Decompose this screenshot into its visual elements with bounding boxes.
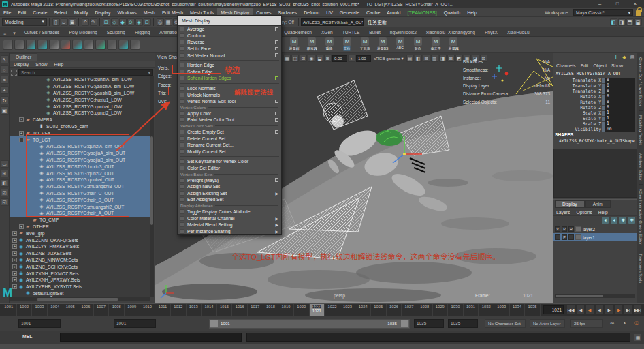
shelf-button-[interactable]: M混色 [409,37,427,52]
split-pane-layout-icon[interactable]: ◧ [1,179,9,187]
timeline-frame-1018[interactable]: 1018 [263,304,279,316]
timeline-frame-1005[interactable]: 1005 [63,304,79,316]
timeline-frame-1008[interactable]: 1008 [109,304,125,316]
viewport-toolbar-icon[interactable]: ⬓ [316,55,323,62]
channel-box-menu-show[interactable]: Show [611,62,623,70]
mel-input-field[interactable] [60,333,242,342]
layer-color-swatch[interactable] [575,226,581,232]
timeline-frame-1011[interactable]: 1011 [155,304,171,316]
snap-view-icon[interactable]: ◈ [135,18,143,26]
save-scene-icon[interactable]: ▣ [69,18,76,26]
shelf-tool-icon[interactable] [61,40,71,50]
timeline-frame-1015[interactable]: 1015 [217,304,233,316]
menu-item-average[interactable]: Average [178,26,281,33]
timeline-frame-1019[interactable]: 1019 [278,304,294,316]
animation-preferences-icon[interactable]: ◔ [619,319,629,328]
menu-uv[interactable]: UV [323,8,336,17]
expand-icon[interactable]: + [12,251,17,256]
key-channel-icon[interactable]: ◆ [621,54,628,61]
outliner-item-ayilzss-rcstyg-qunzia-sim-low[interactable]: ◈AYILZSS_RCSTYG:qunziA_sim_LOW [10,76,150,83]
outliner-search-input[interactable]: Search...▾ [18,69,153,76]
channel-row-rotate-x[interactable]: Rotate X0 [553,94,637,100]
menu-item-assign-existing-set[interactable]: Assign Existing Set▶ [178,189,281,196]
outliner-item-defaultlightset[interactable]: ◉defaultLightSet [10,290,150,297]
close-button[interactable]: × [626,0,644,8]
step-forward-frame-button[interactable]: ▶| [624,305,632,315]
timeline-frame-1035[interactable]: 1035 [525,304,541,316]
menu-windows[interactable]: Windows [114,8,140,17]
menu-arnold[interactable]: Arnold [383,8,404,17]
shelf-tool-icon[interactable] [72,40,82,50]
menu-deform[interactable]: Deform [300,8,323,17]
layer-row-layer1[interactable]: Player1 [553,233,637,241]
timeline-frame-1021[interactable]: 10211021 [310,304,325,316]
layer-menu-options[interactable]: Options [576,209,592,215]
four-pane-layout-icon[interactable]: ⊞ [1,170,9,177]
play-backwards-button[interactable]: ◀ [595,305,604,315]
workspace-lock-icon[interactable] [636,10,641,16]
script-editor-icon[interactable]: ▦ [634,333,642,342]
view-transform-select[interactable]: sRGB gamma ▾ [372,56,406,61]
shelf-tool-icon[interactable] [130,40,140,50]
play-forwards-button[interactable]: ▶ [605,305,613,315]
menu-item-prelight-maya[interactable]: Prelight (Maya) [178,177,281,183]
outliner-persp-layout-icon[interactable]: ◰ [1,189,9,196]
animation-start-field[interactable]: 1001 [18,319,61,328]
menu-item-assign-new-set[interactable]: Assign New Set [178,183,281,190]
menu-item-set-to-face[interactable]: Set to Face [178,46,281,52]
channel-value-field[interactable]: 0 [605,83,635,88]
shelf-button-[interactable]: M工具角 [356,37,374,52]
workspace-select[interactable]: Maya Classic*▾ [573,9,633,16]
menu-item-color-set-editor[interactable]: Color Set Editor [178,165,281,172]
menu-generate[interactable]: Generate [336,8,363,17]
shelf-tool-icon[interactable] [3,40,13,50]
snap-grid-icon[interactable]: ⊞ [103,18,110,26]
shelf-tool-icon[interactable] [49,40,59,50]
playback-end-field[interactable]: 1035 [414,319,444,328]
shelf-tab-xiaohuolu[interactable]: XiaoHuoLu [502,29,534,36]
timeline-frame-1009[interactable]: 1009 [125,304,140,316]
channel-row-rotate-z[interactable]: Rotate Z0 [553,105,637,110]
viewport-toolbar-icon[interactable]: ⊟ [423,55,430,62]
menu-item-soften-harden-edges[interactable]: Soften/Harden Edges [178,75,281,82]
outliner-item-level-grp[interactable]: +▰level_grp [10,230,150,237]
menu-mesh[interactable]: Mesh [140,8,159,17]
channel-row-translate-z[interactable]: Translate Z0 [553,89,637,94]
sidebar-tab-attribute-editor[interactable]: Attribute Editor [639,149,643,185]
shelf-tool-icon[interactable] [84,40,94,50]
shelf-tab-sculpting[interactable]: Sculpting [102,29,130,36]
viewport-toolbar-icon[interactable]: ◨ [439,55,447,62]
channel-box-menu-channels[interactable]: Channels [556,62,576,70]
timeline-frame-1014[interactable]: 1014 [202,304,217,316]
menu-item-set-vertex-normal[interactable]: Set Vertex Normal [178,52,281,59]
channel-row-translate-x[interactable]: Translate X0 [553,78,637,83]
snap-point-icon[interactable]: ◆ [119,18,127,26]
timeline-frame-1023[interactable]: 1023 [340,304,356,316]
redo-icon[interactable]: ↷ [90,18,97,26]
collapse-icon[interactable]: - [19,138,24,142]
attribute-editor-toggle-icon[interactable]: ⬒ [626,18,634,26]
channel-row-translate-y[interactable]: Translate Y0 [553,83,637,89]
layer-move-down-icon[interactable]: ◂ [611,217,617,224]
outliner-item-ayilzyehb-xysydt-sets[interactable]: +◉AYILZYEHB_XYSYDT:Sets [10,284,150,290]
shelf-button-abc[interactable]: MABC [391,37,409,52]
channel-value-field[interactable]: 1 [605,110,635,115]
menu-item-apply-color[interactable]: Apply Color [178,110,281,117]
channel-box-menu-edit[interactable]: Edit [581,62,589,70]
timeline-frame-1033[interactable]: 1033 [494,304,510,316]
viewport-toolbar-icon[interactable]: ⊡ [300,55,307,62]
timeline-frame-1020[interactable]: 1020 [294,304,310,316]
option-box-icon[interactable] [275,47,279,51]
go-to-start-button[interactable]: |◀◀ [566,305,575,315]
menu-display[interactable]: Display [91,8,114,17]
outliner-item-ayilzlyy-pmkkbv-sets[interactable]: +◉AYILZLYY_PMKKBV:Sets [10,243,150,250]
modeling-toolkit-toggle-icon[interactable]: ◧ [610,18,617,26]
loop-playback-icon[interactable]: ∞ [607,319,617,328]
menu-modify[interactable]: Modify [71,8,92,17]
shelf-tab-rigging[interactable]: Rigging [130,29,155,36]
step-back-frame-button[interactable]: |◀ [576,305,585,315]
display-type-toggle[interactable]: R [568,226,574,232]
timeline-frame-1003[interactable]: 1003 [32,304,48,316]
range-end-handle[interactable] [401,320,408,327]
outliner-item-ayilzss-rcstyg-huxiu1-low[interactable]: ◈AYILZSS_RCSTYG:huxiu1_LOW [10,96,150,103]
